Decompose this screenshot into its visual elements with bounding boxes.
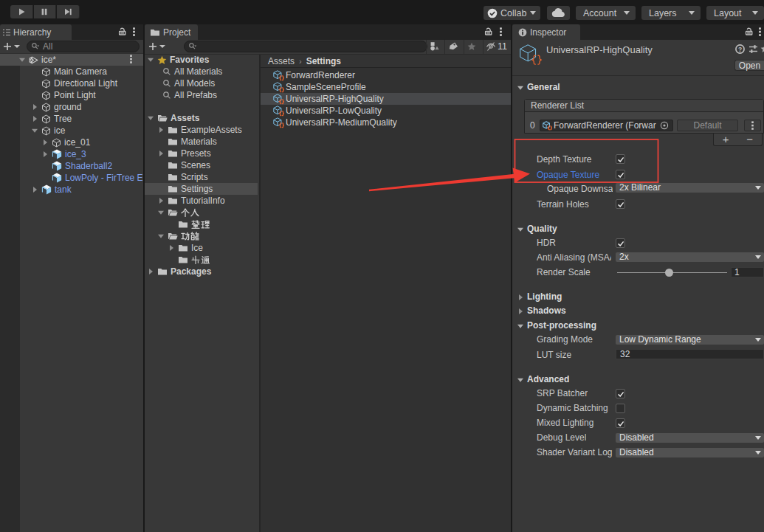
svg-text:?: ? (738, 46, 742, 53)
